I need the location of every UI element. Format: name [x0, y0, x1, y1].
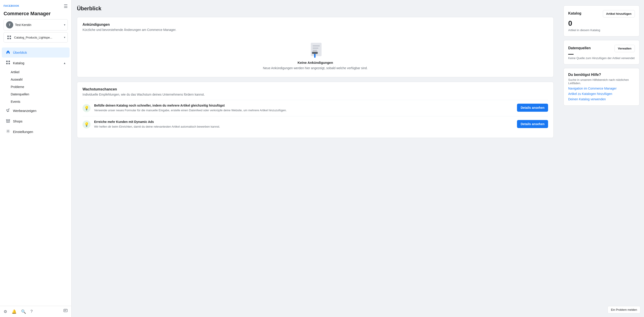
announcements-subtitle: Kürzliche und bevorstehende Änderungen a…: [82, 28, 548, 32]
avatar: T: [6, 21, 13, 29]
settings-icon: [5, 129, 11, 135]
datenquellen-desc: Keine Quelle zum Hinzufügen der Artikel …: [568, 56, 635, 60]
svg-rect-16: [312, 52, 318, 54]
sidebar-item-einstellungen[interactable]: Einstellungen: [2, 127, 70, 137]
svg-rect-4: [6, 61, 8, 62]
main-content: Überblick Ankündigungen Kürzliche und be…: [72, 0, 559, 317]
facebook-logo: FACEBOOK: [4, 5, 19, 7]
chevron-down-icon: ▾: [64, 23, 65, 27]
growth-item-title-2: Erreiche mehr Kunden mit Dynamic Ads: [94, 120, 514, 124]
sidebar-item-label-werbeanzeigen: Werbeanzeigen: [13, 109, 36, 113]
growth-text-2: Erreiche mehr Kunden mit Dynamic Ads Wir…: [94, 120, 514, 129]
svg-rect-6: [6, 63, 8, 64]
subnav-events[interactable]: Events: [11, 98, 70, 105]
feedback-icon[interactable]: [63, 309, 68, 314]
help-link-2[interactable]: Artikel zu Katalogen hinzufügen: [568, 92, 635, 96]
subnav-datenquellen[interactable]: Datenquellen: [11, 91, 70, 98]
subnav-probleme[interactable]: Probleme: [11, 83, 70, 90]
help-card-desc: Suche in unserem Hilfebereich nach nützl…: [568, 78, 635, 85]
shop-icon: [5, 118, 11, 124]
announcements-title: Ankündigungen: [82, 23, 548, 27]
sidebar-item-label-ueberblick: Überblick: [13, 51, 27, 54]
sidebar-item-label-katalog: Katalog: [13, 61, 24, 65]
announcements-empty-desc: Neue Ankündigungen werden hier angezeigt…: [263, 66, 368, 70]
report-problem-btn[interactable]: Ein Problem melden: [608, 306, 640, 313]
growth-text-1: Befülle deinen Katalog noch schneller, i…: [94, 104, 514, 113]
catalog-chevron-icon: ▾: [64, 36, 65, 39]
subnav-auswahl[interactable]: Auswahl: [11, 76, 70, 83]
catalog-name: Catalog_Products_Lightspe...: [14, 36, 64, 39]
svg-rect-11: [311, 43, 322, 56]
app-title: Commerce Manager: [4, 11, 68, 17]
catalog-selector[interactable]: Catalog_Products_Lightspe... ▾: [4, 32, 68, 43]
subnav-artikel[interactable]: Artikel: [11, 69, 70, 76]
artikel-hinzufuegen-btn[interactable]: Artikel hinzufügen: [603, 10, 635, 18]
growth-icon-1: 💡: [82, 104, 90, 112]
sidebar-item-label-einstellungen: Einstellungen: [13, 130, 33, 134]
katalog-card-header: Katalog Artikel hinzufügen: [568, 10, 635, 18]
home-icon: [5, 50, 11, 55]
sidebar-bottom: ⚙ 🔔 🔍 ?: [0, 306, 71, 317]
growth-title: Wachstumschancen: [82, 87, 548, 91]
account-name: Test Kerstin: [15, 23, 64, 27]
sidebar: FACEBOOK ☰ Commerce Manager T Test Kerst…: [0, 0, 72, 317]
growth-details-btn-1[interactable]: Details ansehen: [517, 104, 548, 112]
announcements-card: Ankündigungen Kürzliche und bevorstehend…: [77, 17, 554, 77]
svg-rect-14: [312, 50, 317, 51]
nav-section: Überblick Katalog ▲ Artikel Auswahl Prob…: [0, 46, 71, 306]
right-panel: Katalog Artikel hinzufügen 0 Artikel in …: [559, 0, 644, 317]
help-card-title: Du benötigst Hilfe?: [568, 73, 635, 77]
svg-rect-7: [8, 63, 10, 64]
settings-bottom-icon[interactable]: ⚙: [4, 309, 7, 314]
katalog-right-card: Katalog Artikel hinzufügen 0 Artikel in …: [564, 5, 640, 37]
sidebar-top-row: FACEBOOK ☰: [4, 4, 68, 9]
svg-rect-3: [10, 38, 11, 39]
grid-icon: [6, 34, 12, 41]
datenquellen-right-card: Datenquellen Verwalten Keine Quelle zum …: [564, 40, 640, 65]
katalog-desc: Artikel in diesem Katalog: [568, 29, 635, 32]
growth-item-title-1: Befülle deinen Katalog noch schneller, i…: [94, 104, 514, 107]
katalog-subnav: Artikel Auswahl Probleme Datenquellen Ev…: [0, 69, 71, 105]
verwalten-btn[interactable]: Verwalten: [614, 45, 635, 52]
help-link-1[interactable]: Navigation im Commerce Manager: [568, 87, 635, 90]
sidebar-item-ueberblick[interactable]: Überblick: [2, 48, 70, 58]
growth-details-btn-2[interactable]: Details ansehen: [517, 120, 548, 128]
announcements-empty: Keine Ankündigungen Neue Ankündigungen w…: [82, 35, 548, 72]
dash-line: [568, 54, 574, 55]
sidebar-item-shops[interactable]: Shops: [2, 116, 70, 126]
svg-rect-1: [10, 36, 11, 37]
datenquellen-card-header: Datenquellen Verwalten: [568, 45, 635, 52]
help-right-card: Du benötigst Hilfe? Suche in unserem Hil…: [564, 68, 640, 106]
growth-item-desc-2: Wir helfen dir beim Einrichten, damit du…: [94, 124, 514, 129]
help-icon[interactable]: ?: [30, 309, 33, 314]
sidebar-item-label-shops: Shops: [13, 119, 22, 123]
growth-item-2: 💡 Erreiche mehr Kunden mit Dynamic Ads W…: [82, 116, 548, 133]
svg-rect-0: [8, 36, 9, 37]
katalog-card-title: Katalog: [568, 12, 582, 16]
svg-rect-5: [8, 61, 10, 62]
page-title: Überblick: [77, 5, 554, 12]
sidebar-header: FACEBOOK ☰ Commerce Manager T Test Kerst…: [0, 0, 71, 46]
search-icon[interactable]: 🔍: [21, 309, 26, 314]
svg-rect-12: [312, 46, 320, 46]
svg-rect-13: [312, 48, 318, 49]
katalog-count: 0: [568, 19, 635, 28]
notifications-icon[interactable]: 🔔: [12, 309, 16, 314]
help-link-3[interactable]: Deinen Katalog verwenden: [568, 97, 635, 101]
svg-rect-10: [64, 309, 67, 312]
datenquellen-card-title: Datenquellen: [568, 46, 590, 50]
announcements-empty-title: Keine Ankündigungen: [298, 61, 333, 65]
growth-item-1: 💡 Befülle deinen Katalog noch schneller,…: [82, 100, 548, 116]
catalog-grid-icon: [5, 60, 11, 66]
growth-item-desc-1: Verwende unser neues Formular für die ma…: [94, 108, 514, 113]
sidebar-item-werbeanzeigen[interactable]: Werbeanzeigen: [2, 106, 70, 116]
growth-subtitle: Individuelle Empfehlungen, wie du das Wa…: [82, 93, 548, 96]
menu-icon[interactable]: ☰: [64, 4, 68, 9]
megaphone-icon: [5, 108, 11, 114]
growth-icon-2: 💡: [82, 120, 90, 129]
svg-rect-2: [8, 38, 9, 39]
growth-card: Wachstumschancen Individuelle Empfehlung…: [77, 82, 554, 138]
sidebar-item-katalog[interactable]: Katalog ▲: [2, 58, 70, 68]
svg-point-9: [8, 131, 9, 132]
account-selector[interactable]: T Test Kerstin ▾: [4, 19, 68, 31]
